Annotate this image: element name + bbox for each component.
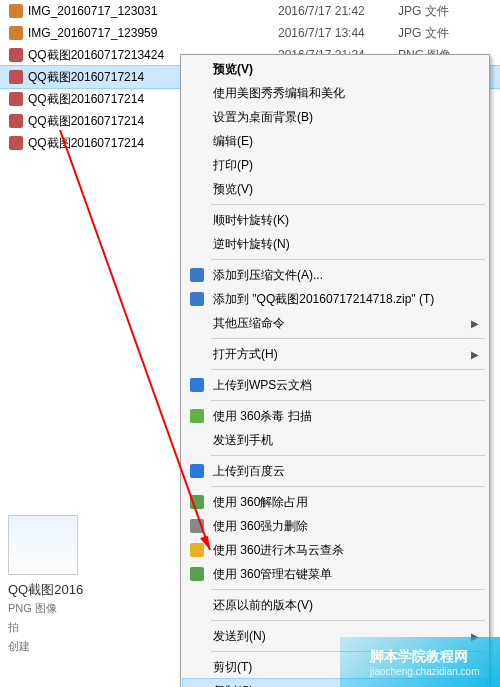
menu-item-label: 使用 360进行木马云查杀 [213,542,344,559]
menu-item[interactable]: 打印(P) [183,153,487,177]
blank-icon [189,157,205,173]
menu-separator [211,455,485,456]
file-date: 2016/7/17 13:44 [278,26,398,40]
menu-item[interactable]: 使用 360解除占用 [183,490,487,514]
file-date: 2016/7/17 21:42 [278,4,398,18]
svg-rect-3 [9,70,23,84]
file-type: JPG 文件 [398,25,478,42]
file-icon [8,25,24,41]
details-date-label: 拍 [8,620,172,635]
blank-icon [189,683,205,687]
watermark-title: 脚本学院教程网 [370,648,500,666]
menu-item[interactable]: 设置为桌面背景(B) [183,105,487,129]
blank-icon [189,659,205,675]
menu-item[interactable]: 使用 360进行木马云查杀 [183,538,487,562]
menu-item-label: 添加到 "QQ截图20160717214718.zip" (T) [213,291,434,308]
context-menu: 预览(V)使用美图秀秀编辑和美化设置为桌面背景(B)编辑(E)打印(P)预览(V… [180,54,490,687]
details-create-label: 创建 [8,639,172,654]
submenu-arrow-icon: ▶ [471,318,479,329]
svg-rect-9 [190,378,204,392]
menu-separator [211,259,485,260]
menu-item[interactable]: 发送到手机 [183,428,487,452]
menu-item-label: 发送到(N) [213,628,266,645]
menu-item[interactable]: 还原以前的版本(V) [183,593,487,617]
menu-item-label: 设置为桌面背景(B) [213,109,313,126]
svg-rect-11 [190,464,204,478]
menu-item[interactable]: 使用美图秀秀编辑和美化 [183,81,487,105]
menu-item[interactable]: 使用 360杀毒 扫描 [183,404,487,428]
menu-item-label: 顺时针旋转(K) [213,212,289,229]
menu-icon [189,566,205,582]
watermark: 脚本学院教程网 jiaocheng.chazidian.com [340,637,500,687]
svg-rect-6 [9,136,23,150]
details-filetype: PNG 图像 [8,601,172,616]
zip-icon [189,291,205,307]
svg-rect-13 [190,519,204,533]
details-pane: QQ截图2016 PNG 图像 拍 创建 [0,507,180,627]
menu-item-label: 使用 360杀毒 扫描 [213,408,312,425]
file-icon [8,69,24,85]
menu-item[interactable]: 顺时针旋转(K) [183,208,487,232]
menu-item[interactable]: 预览(V) [183,57,487,81]
menu-item[interactable]: 上传到WPS云文档 [183,373,487,397]
menu-item[interactable]: 添加到压缩文件(A)... [183,263,487,287]
menu-item[interactable]: 逆时针旋转(N) [183,232,487,256]
svg-rect-10 [190,409,204,423]
unlock-icon [189,494,205,510]
menu-item[interactable]: 使用 360管理右键菜单 [183,562,487,586]
file-name: IMG_20160717_123031 [28,4,278,18]
menu-item-label: 打开方式(H) [213,346,278,363]
blank-icon [189,346,205,362]
menu-item-label: 复制(C) [213,683,254,688]
details-filename: QQ截图2016 [8,581,172,599]
submenu-arrow-icon: ▶ [471,349,479,360]
shred-icon [189,518,205,534]
menu-separator [211,589,485,590]
file-icon [8,47,24,63]
baidu-icon [189,463,205,479]
menu-item-label: 编辑(E) [213,133,253,150]
menu-separator [211,369,485,370]
file-row[interactable]: IMG_20160717_1239592016/7/17 13:44JPG 文件 [0,22,500,44]
menu-item[interactable]: 预览(V) [183,177,487,201]
shield-icon [189,408,205,424]
svg-rect-8 [190,292,204,306]
blank-icon [189,432,205,448]
menu-item-label: 上传到WPS云文档 [213,377,312,394]
zip-icon [189,267,205,283]
svg-rect-7 [190,268,204,282]
menu-item-label: 剪切(T) [213,659,252,676]
menu-item[interactable]: 编辑(E) [183,129,487,153]
menu-item-label: 使用 360强力删除 [213,518,308,535]
svg-rect-15 [190,567,204,581]
blank-icon [189,597,205,613]
menu-item-label: 上传到百度云 [213,463,285,480]
menu-item-label: 发送到手机 [213,432,273,449]
menu-item-label: 使用美图秀秀编辑和美化 [213,85,345,102]
svg-rect-1 [9,26,23,40]
menu-item[interactable]: 上传到百度云 [183,459,487,483]
menu-item[interactable]: 使用 360强力删除 [183,514,487,538]
file-name: IMG_20160717_123959 [28,26,278,40]
scan-icon [189,542,205,558]
wps-icon [189,377,205,393]
blank-icon [189,109,205,125]
blank-icon [189,85,205,101]
blank-icon [189,315,205,331]
file-icon [8,113,24,129]
menu-item[interactable]: 其他压缩命令▶ [183,311,487,335]
menu-item-label: 使用 360解除占用 [213,494,308,511]
svg-rect-14 [190,543,204,557]
menu-item[interactable]: 打开方式(H)▶ [183,342,487,366]
menu-separator [211,338,485,339]
menu-separator [211,400,485,401]
thumbnail-preview [8,515,78,575]
blank-icon [189,212,205,228]
file-row[interactable]: IMG_20160717_1230312016/7/17 21:42JPG 文件 [0,0,500,22]
menu-item[interactable]: 添加到 "QQ截图20160717214718.zip" (T) [183,287,487,311]
file-icon [8,91,24,107]
blank-icon [189,61,205,77]
blank-icon [189,236,205,252]
menu-item-label: 其他压缩命令 [213,315,285,332]
svg-rect-12 [190,495,204,509]
